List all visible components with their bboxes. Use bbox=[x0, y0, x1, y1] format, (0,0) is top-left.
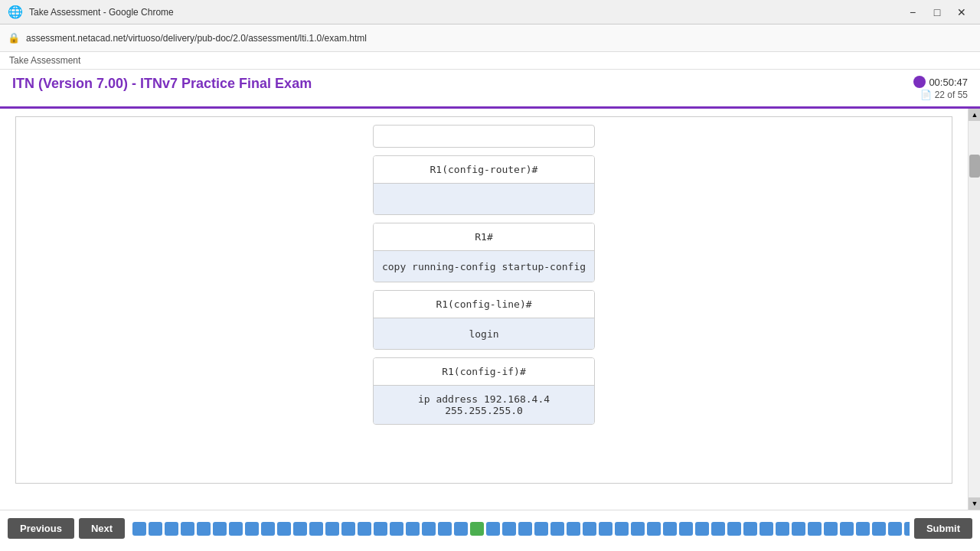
question-dot-19[interactable] bbox=[422, 522, 436, 536]
question-dot-21[interactable] bbox=[454, 522, 468, 536]
blocks-container: R1(config-router)# R1# copy running-conf… bbox=[24, 125, 944, 448]
timer: 00:50:47 bbox=[913, 76, 968, 88]
doc-icon: 📄 bbox=[920, 90, 932, 100]
question-dot-41[interactable] bbox=[776, 522, 789, 536]
question-dot-23[interactable] bbox=[486, 522, 500, 536]
command-block-config-router: R1(config-router)# bbox=[373, 155, 595, 215]
app-header-label: Take Assessment bbox=[9, 55, 80, 66]
question-count: 📄 22 of 55 bbox=[920, 90, 968, 100]
question-dot-27[interactable] bbox=[550, 522, 564, 536]
question-dot-22[interactable] bbox=[470, 522, 484, 536]
title-bar: 🌐 Take Assessment - Google Chrome − □ ✕ bbox=[0, 0, 980, 24]
question-dot-2[interactable] bbox=[149, 522, 162, 536]
close-button[interactable]: ✕ bbox=[951, 2, 972, 23]
content-wrapper: R1(config-router)# R1# copy running-conf… bbox=[15, 116, 952, 484]
command-input-config-router[interactable] bbox=[374, 184, 594, 214]
question-dots bbox=[132, 522, 910, 536]
content-area: R1(config-router)# R1# copy running-conf… bbox=[0, 109, 968, 510]
question-dot-36[interactable] bbox=[695, 522, 709, 536]
question-dot-39[interactable] bbox=[743, 522, 757, 536]
question-dot-40[interactable] bbox=[760, 522, 773, 536]
question-dot-8[interactable] bbox=[245, 522, 259, 536]
question-dot-42[interactable] bbox=[792, 522, 805, 536]
top-partial-block bbox=[373, 125, 595, 148]
command-input-config-if[interactable]: ip address 192.168.4.4 255.255.255.0 bbox=[374, 386, 594, 424]
question-dot-24[interactable] bbox=[502, 522, 516, 536]
scrollbar-down[interactable]: ▼ bbox=[969, 497, 980, 510]
exam-header: ITN (Version 7.00) - ITNv7 Practice Fina… bbox=[0, 70, 980, 109]
main-content: R1(config-router)# R1# copy running-conf… bbox=[0, 109, 980, 510]
url-text[interactable]: assessment.netacad.net/virtuoso/delivery… bbox=[26, 33, 972, 44]
question-dot-7[interactable] bbox=[229, 522, 243, 536]
window-controls[interactable]: − □ ✕ bbox=[902, 2, 972, 23]
lock-icon: 🔒 bbox=[8, 32, 20, 44]
command-block-r1: R1# copy running-config startup-config bbox=[373, 223, 595, 282]
question-dot-37[interactable] bbox=[711, 522, 725, 536]
question-dot-9[interactable] bbox=[261, 522, 275, 536]
question-dot-31[interactable] bbox=[615, 522, 629, 536]
command-prompt-r1: R1# bbox=[374, 223, 594, 251]
maximize-button[interactable]: □ bbox=[926, 2, 948, 23]
question-dot-10[interactable] bbox=[277, 522, 291, 536]
question-dot-43[interactable] bbox=[808, 522, 822, 536]
timer-icon bbox=[913, 76, 926, 88]
question-dot-44[interactable] bbox=[824, 522, 838, 536]
question-dot-25[interactable] bbox=[518, 522, 532, 536]
question-dot-29[interactable] bbox=[583, 522, 596, 536]
question-dot-6[interactable] bbox=[213, 522, 227, 536]
scrollbar-up[interactable]: ▲ bbox=[969, 109, 980, 121]
exam-info: 00:50:47 📄 22 of 55 bbox=[913, 76, 968, 100]
command-block-config-if: R1(config-if)# ip address 192.168.4.4 25… bbox=[373, 357, 595, 425]
command-prompt-config-router: R1(config-router)# bbox=[374, 156, 594, 184]
submit-button[interactable]: Submit bbox=[914, 518, 972, 539]
timer-value: 00:50:47 bbox=[929, 77, 968, 88]
window-title: Take Assessment - Google Chrome bbox=[29, 7, 174, 18]
question-dot-5[interactable] bbox=[197, 522, 211, 536]
question-dot-11[interactable] bbox=[293, 522, 307, 536]
question-dot-45[interactable] bbox=[840, 522, 854, 536]
address-bar: 🔒 assessment.netacad.net/virtuoso/delive… bbox=[0, 24, 980, 52]
previous-button[interactable]: Previous bbox=[8, 518, 74, 539]
question-dot-48[interactable] bbox=[888, 522, 902, 536]
browser-icon: 🌐 bbox=[8, 5, 23, 19]
bottom-nav: Previous Next Submit bbox=[0, 510, 980, 546]
question-dot-20[interactable] bbox=[438, 522, 452, 536]
question-dot-32[interactable] bbox=[631, 522, 645, 536]
question-dot-17[interactable] bbox=[390, 522, 403, 536]
command-input-r1[interactable]: copy running-config startup-config bbox=[374, 251, 594, 282]
command-prompt-config-line: R1(config-line)# bbox=[374, 291, 594, 318]
next-button[interactable]: Next bbox=[79, 518, 125, 539]
question-dot-16[interactable] bbox=[374, 522, 387, 536]
command-block-config-line: R1(config-line)# login bbox=[373, 290, 595, 350]
question-dot-28[interactable] bbox=[567, 522, 580, 536]
question-dot-18[interactable] bbox=[406, 522, 420, 536]
question-dot-33[interactable] bbox=[647, 522, 661, 536]
question-dot-38[interactable] bbox=[727, 522, 741, 536]
exam-title: ITN (Version 7.00) - ITNv7 Practice Fina… bbox=[12, 76, 312, 92]
question-dot-14[interactable] bbox=[341, 522, 355, 536]
question-dot-46[interactable] bbox=[856, 522, 870, 536]
command-prompt-config-if: R1(config-if)# bbox=[374, 358, 594, 386]
question-dot-49[interactable] bbox=[904, 522, 910, 536]
question-dot-34[interactable] bbox=[663, 522, 677, 536]
command-input-config-line[interactable]: login bbox=[374, 318, 594, 349]
question-dot-12[interactable] bbox=[309, 522, 323, 536]
question-dot-13[interactable] bbox=[325, 522, 339, 536]
question-dot-35[interactable] bbox=[679, 522, 693, 536]
question-dot-30[interactable] bbox=[599, 522, 612, 536]
scrollbar-thumb[interactable] bbox=[969, 155, 980, 178]
question-dot-26[interactable] bbox=[534, 522, 548, 536]
question-dot-4[interactable] bbox=[181, 522, 194, 536]
app-header: Take Assessment bbox=[0, 52, 980, 70]
question-dot-47[interactable] bbox=[872, 522, 886, 536]
question-dot-1[interactable] bbox=[132, 522, 146, 536]
question-dot-3[interactable] bbox=[165, 522, 178, 536]
scrollbar[interactable]: ▲ ▼ bbox=[968, 109, 980, 510]
minimize-button[interactable]: − bbox=[902, 2, 923, 23]
question-dot-15[interactable] bbox=[358, 522, 371, 536]
